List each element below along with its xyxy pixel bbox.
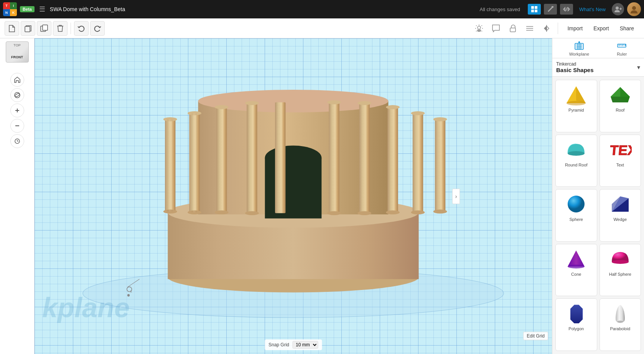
half-sphere-label: Half Sphere: [609, 272, 631, 277]
scene-svg: x: [35, 38, 552, 354]
edit-grid-button[interactable]: Edit Grid: [523, 332, 548, 340]
polygon-label: Polygon: [568, 326, 584, 331]
viewport[interactable]: x kplane › Edit Grid Snap Grid 10 mm 5 m…: [35, 38, 552, 354]
svg-point-39: [163, 209, 177, 214]
copy-button[interactable]: [21, 21, 35, 36]
shape-polygon[interactable]: Polygon: [555, 298, 597, 351]
svg-point-100: [568, 196, 585, 212]
snap-grid-label: Snap Grid: [268, 342, 289, 347]
logo-i: I: [10, 2, 17, 9]
logo-k: K: [10, 9, 17, 16]
svg-rect-50: [329, 102, 339, 213]
logo-n: N: [3, 9, 10, 16]
export-button[interactable]: Export: [588, 23, 614, 34]
svg-rect-2: [531, 10, 534, 12]
svg-point-44: [215, 105, 229, 109]
code-button[interactable]: [560, 4, 573, 15]
svg-rect-43: [216, 107, 227, 212]
shape-roof[interactable]: Roof: [600, 80, 641, 132]
svg-point-41: [188, 111, 201, 115]
shapes-category-sub: Tinkercad: [556, 61, 594, 67]
svg-point-12: [478, 26, 481, 29]
svg-marker-105: [568, 250, 585, 267]
light-button[interactable]: [472, 21, 486, 36]
add-user-icon[interactable]: [612, 3, 624, 15]
svg-rect-11: [43, 25, 48, 30]
ruler-label-text: Ruler: [617, 52, 627, 56]
shape-text[interactable]: TEXT TEXT Text: [600, 135, 641, 187]
view-cube-inner: TOP FRONT: [6, 41, 29, 63]
svg-point-74: [127, 294, 130, 296]
new-button[interactable]: [5, 21, 19, 36]
sphere-label: Sphere: [570, 217, 583, 222]
svg-point-60: [411, 111, 425, 115]
zoom-out-button[interactable]: [10, 119, 24, 133]
lock-button[interactable]: [506, 21, 520, 36]
hammer-button[interactable]: [544, 4, 557, 15]
svg-point-55: [357, 211, 371, 216]
svg-point-52: [327, 211, 341, 216]
shape-round-roof[interactable]: Round Roof: [555, 135, 597, 187]
undo-button[interactable]: [74, 21, 89, 36]
paraboloid-label: Paraboloid: [610, 326, 630, 331]
duplicate-button[interactable]: [37, 21, 51, 36]
share-button[interactable]: Share: [614, 23, 639, 34]
svg-point-45: [215, 210, 229, 214]
right-panel-top: Workplane Ruler: [552, 38, 644, 58]
shapes-category-dropdown[interactable]: Tinkercad Basic Shapes ▾: [552, 58, 644, 77]
svg-rect-40: [189, 113, 199, 212]
svg-rect-49: [275, 102, 285, 213]
shape-half-sphere[interactable]: Half Sphere: [600, 244, 641, 296]
workplane-button[interactable]: Workplane: [566, 39, 592, 58]
right-panel: Workplane Ruler Tinkercad Basic Shapes: [552, 38, 644, 354]
collapse-panel-button[interactable]: ›: [452, 189, 460, 204]
delete-button[interactable]: [53, 21, 68, 36]
shape-sphere[interactable]: Sphere: [555, 189, 597, 242]
home-view-button[interactable]: [10, 73, 24, 87]
svg-point-106: [568, 265, 585, 268]
beta-badge: Beta: [20, 6, 35, 12]
svg-marker-78: [578, 41, 580, 43]
svg-rect-9: [25, 26, 30, 32]
view-cube[interactable]: TOP FRONT: [4, 41, 31, 68]
svg-rect-1: [535, 6, 537, 9]
view-cube-front-label: FRONT: [11, 55, 23, 59]
main-toolbar: Import Export Share: [0, 18, 644, 38]
chat-button[interactable]: [489, 21, 503, 36]
svg-point-93: [567, 101, 586, 105]
reset-view-button[interactable]: [10, 134, 24, 148]
shape-wedge[interactable]: Wedge: [600, 189, 641, 242]
shape-pyramid[interactable]: Pyramid: [555, 80, 597, 132]
svg-text:TEXT: TEXT: [609, 142, 632, 158]
snap-grid-select[interactable]: 10 mm 5 mm 1 mm: [292, 341, 318, 349]
view-cube-top-label: TOP: [13, 43, 20, 47]
svg-rect-46: [247, 103, 257, 213]
svg-rect-53: [359, 103, 369, 213]
svg-point-48: [245, 211, 259, 216]
shape-paraboloid[interactable]: Paraboloid: [600, 298, 641, 351]
shape-cone[interactable]: Cone: [555, 244, 597, 296]
user-avatar[interactable]: [627, 2, 641, 16]
document-title[interactable]: SWA Dome with Columns_Beta: [50, 6, 125, 12]
toolbar-sep2: [558, 23, 558, 34]
import-button[interactable]: Import: [562, 23, 588, 34]
whats-new-link[interactable]: What's New: [579, 7, 606, 12]
mirror-button[interactable]: [539, 21, 554, 36]
text-label: Text: [616, 163, 624, 167]
svg-marker-19: [547, 26, 549, 31]
orbit-button[interactable]: [10, 88, 24, 102]
main-area: TOP FRONT: [0, 38, 644, 354]
svg-point-97: [568, 151, 585, 156]
align-button[interactable]: [522, 21, 537, 36]
svg-point-5: [616, 7, 619, 10]
svg-point-58: [386, 210, 400, 214]
zoom-in-button[interactable]: [10, 104, 24, 117]
roof-icon: [609, 83, 632, 106]
redo-button[interactable]: [90, 21, 105, 36]
svg-point-108: [617, 321, 623, 323]
paraboloid-icon: [609, 302, 632, 325]
svg-rect-37: [165, 119, 175, 212]
ruler-button[interactable]: Ruler: [613, 39, 630, 58]
grid-view-button[interactable]: [528, 4, 541, 15]
ruler-icon: [616, 40, 627, 51]
